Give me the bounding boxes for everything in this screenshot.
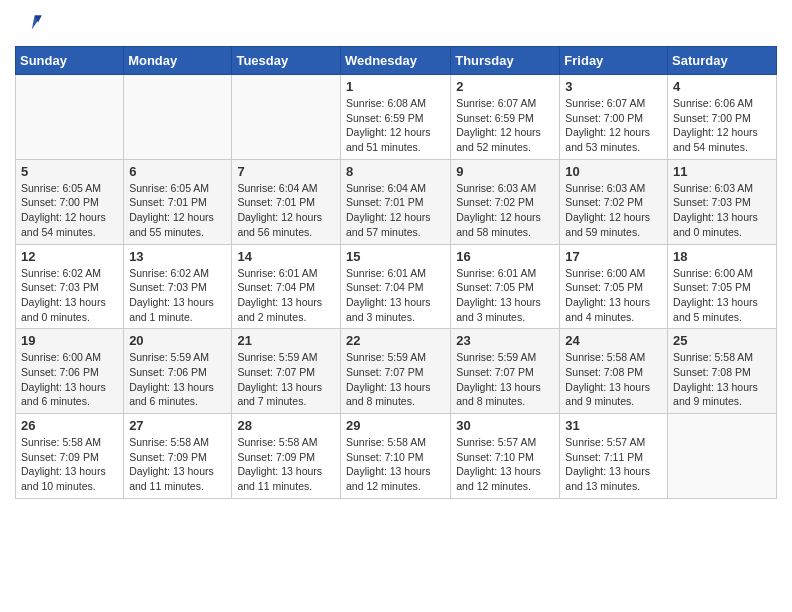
day-number: 13 [129, 249, 226, 264]
day-number: 6 [129, 164, 226, 179]
day-info: Sunrise: 6:03 AM Sunset: 7:03 PM Dayligh… [673, 181, 771, 240]
calendar-cell: 13Sunrise: 6:02 AM Sunset: 7:03 PM Dayli… [124, 244, 232, 329]
day-number: 11 [673, 164, 771, 179]
weekday-header: Thursday [451, 47, 560, 75]
day-info: Sunrise: 6:02 AM Sunset: 7:03 PM Dayligh… [21, 266, 118, 325]
day-info: Sunrise: 5:58 AM Sunset: 7:09 PM Dayligh… [129, 435, 226, 494]
day-info: Sunrise: 5:59 AM Sunset: 7:06 PM Dayligh… [129, 350, 226, 409]
day-number: 30 [456, 418, 554, 433]
calendar-body: 1Sunrise: 6:08 AM Sunset: 6:59 PM Daylig… [16, 75, 777, 499]
calendar-table: SundayMondayTuesdayWednesdayThursdayFrid… [15, 46, 777, 499]
calendar-cell: 12Sunrise: 6:02 AM Sunset: 7:03 PM Dayli… [16, 244, 124, 329]
day-info: Sunrise: 6:07 AM Sunset: 6:59 PM Dayligh… [456, 96, 554, 155]
calendar-cell: 9Sunrise: 6:03 AM Sunset: 7:02 PM Daylig… [451, 159, 560, 244]
day-number: 14 [237, 249, 335, 264]
calendar-cell [124, 75, 232, 160]
calendar-cell: 6Sunrise: 6:05 AM Sunset: 7:01 PM Daylig… [124, 159, 232, 244]
day-number: 26 [21, 418, 118, 433]
day-info: Sunrise: 5:59 AM Sunset: 7:07 PM Dayligh… [346, 350, 445, 409]
weekday-header: Wednesday [340, 47, 450, 75]
day-number: 10 [565, 164, 662, 179]
calendar-cell: 30Sunrise: 5:57 AM Sunset: 7:10 PM Dayli… [451, 414, 560, 499]
weekday-header: Saturday [668, 47, 777, 75]
day-info: Sunrise: 6:03 AM Sunset: 7:02 PM Dayligh… [565, 181, 662, 240]
day-number: 15 [346, 249, 445, 264]
day-number: 9 [456, 164, 554, 179]
day-info: Sunrise: 6:05 AM Sunset: 7:00 PM Dayligh… [21, 181, 118, 240]
day-number: 25 [673, 333, 771, 348]
calendar-cell: 15Sunrise: 6:01 AM Sunset: 7:04 PM Dayli… [340, 244, 450, 329]
day-number: 8 [346, 164, 445, 179]
calendar-cell: 19Sunrise: 6:00 AM Sunset: 7:06 PM Dayli… [16, 329, 124, 414]
day-info: Sunrise: 5:58 AM Sunset: 7:08 PM Dayligh… [673, 350, 771, 409]
calendar-cell: 29Sunrise: 5:58 AM Sunset: 7:10 PM Dayli… [340, 414, 450, 499]
day-info: Sunrise: 6:03 AM Sunset: 7:02 PM Dayligh… [456, 181, 554, 240]
day-number: 21 [237, 333, 335, 348]
weekday-header: Tuesday [232, 47, 341, 75]
day-info: Sunrise: 5:57 AM Sunset: 7:10 PM Dayligh… [456, 435, 554, 494]
calendar-cell: 11Sunrise: 6:03 AM Sunset: 7:03 PM Dayli… [668, 159, 777, 244]
calendar-cell: 23Sunrise: 5:59 AM Sunset: 7:07 PM Dayli… [451, 329, 560, 414]
day-info: Sunrise: 6:01 AM Sunset: 7:05 PM Dayligh… [456, 266, 554, 325]
day-info: Sunrise: 6:01 AM Sunset: 7:04 PM Dayligh… [237, 266, 335, 325]
calendar-cell: 20Sunrise: 5:59 AM Sunset: 7:06 PM Dayli… [124, 329, 232, 414]
day-info: Sunrise: 6:05 AM Sunset: 7:01 PM Dayligh… [129, 181, 226, 240]
calendar-cell: 10Sunrise: 6:03 AM Sunset: 7:02 PM Dayli… [560, 159, 668, 244]
day-number: 1 [346, 79, 445, 94]
calendar-cell: 26Sunrise: 5:58 AM Sunset: 7:09 PM Dayli… [16, 414, 124, 499]
page-header [15, 10, 777, 38]
day-number: 12 [21, 249, 118, 264]
calendar-cell: 18Sunrise: 6:00 AM Sunset: 7:05 PM Dayli… [668, 244, 777, 329]
day-info: Sunrise: 5:59 AM Sunset: 7:07 PM Dayligh… [237, 350, 335, 409]
logo [15, 10, 47, 38]
day-number: 4 [673, 79, 771, 94]
weekday-header: Friday [560, 47, 668, 75]
day-number: 18 [673, 249, 771, 264]
day-info: Sunrise: 5:58 AM Sunset: 7:08 PM Dayligh… [565, 350, 662, 409]
day-info: Sunrise: 6:04 AM Sunset: 7:01 PM Dayligh… [346, 181, 445, 240]
calendar-week-row: 19Sunrise: 6:00 AM Sunset: 7:06 PM Dayli… [16, 329, 777, 414]
calendar-cell: 16Sunrise: 6:01 AM Sunset: 7:05 PM Dayli… [451, 244, 560, 329]
day-number: 2 [456, 79, 554, 94]
day-info: Sunrise: 5:57 AM Sunset: 7:11 PM Dayligh… [565, 435, 662, 494]
day-number: 28 [237, 418, 335, 433]
calendar-cell: 8Sunrise: 6:04 AM Sunset: 7:01 PM Daylig… [340, 159, 450, 244]
day-info: Sunrise: 6:04 AM Sunset: 7:01 PM Dayligh… [237, 181, 335, 240]
day-info: Sunrise: 6:01 AM Sunset: 7:04 PM Dayligh… [346, 266, 445, 325]
weekday-header: Monday [124, 47, 232, 75]
calendar-cell: 5Sunrise: 6:05 AM Sunset: 7:00 PM Daylig… [16, 159, 124, 244]
calendar-cell: 27Sunrise: 5:58 AM Sunset: 7:09 PM Dayli… [124, 414, 232, 499]
calendar-cell: 22Sunrise: 5:59 AM Sunset: 7:07 PM Dayli… [340, 329, 450, 414]
day-number: 29 [346, 418, 445, 433]
calendar-cell [232, 75, 341, 160]
calendar-week-row: 26Sunrise: 5:58 AM Sunset: 7:09 PM Dayli… [16, 414, 777, 499]
calendar-cell: 24Sunrise: 5:58 AM Sunset: 7:08 PM Dayli… [560, 329, 668, 414]
day-info: Sunrise: 6:00 AM Sunset: 7:05 PM Dayligh… [673, 266, 771, 325]
day-number: 5 [21, 164, 118, 179]
day-info: Sunrise: 5:58 AM Sunset: 7:09 PM Dayligh… [237, 435, 335, 494]
calendar-cell: 2Sunrise: 6:07 AM Sunset: 6:59 PM Daylig… [451, 75, 560, 160]
calendar-cell [668, 414, 777, 499]
day-number: 23 [456, 333, 554, 348]
day-number: 17 [565, 249, 662, 264]
calendar-week-row: 5Sunrise: 6:05 AM Sunset: 7:00 PM Daylig… [16, 159, 777, 244]
calendar-cell: 4Sunrise: 6:06 AM Sunset: 7:00 PM Daylig… [668, 75, 777, 160]
calendar-week-row: 1Sunrise: 6:08 AM Sunset: 6:59 PM Daylig… [16, 75, 777, 160]
calendar-cell [16, 75, 124, 160]
calendar-cell: 1Sunrise: 6:08 AM Sunset: 6:59 PM Daylig… [340, 75, 450, 160]
day-info: Sunrise: 6:00 AM Sunset: 7:05 PM Dayligh… [565, 266, 662, 325]
day-number: 16 [456, 249, 554, 264]
calendar-cell: 17Sunrise: 6:00 AM Sunset: 7:05 PM Dayli… [560, 244, 668, 329]
day-info: Sunrise: 5:58 AM Sunset: 7:10 PM Dayligh… [346, 435, 445, 494]
calendar-cell: 14Sunrise: 6:01 AM Sunset: 7:04 PM Dayli… [232, 244, 341, 329]
day-info: Sunrise: 6:02 AM Sunset: 7:03 PM Dayligh… [129, 266, 226, 325]
calendar-cell: 3Sunrise: 6:07 AM Sunset: 7:00 PM Daylig… [560, 75, 668, 160]
day-info: Sunrise: 5:58 AM Sunset: 7:09 PM Dayligh… [21, 435, 118, 494]
day-info: Sunrise: 5:59 AM Sunset: 7:07 PM Dayligh… [456, 350, 554, 409]
calendar-cell: 31Sunrise: 5:57 AM Sunset: 7:11 PM Dayli… [560, 414, 668, 499]
day-number: 7 [237, 164, 335, 179]
calendar-cell: 7Sunrise: 6:04 AM Sunset: 7:01 PM Daylig… [232, 159, 341, 244]
calendar-cell: 28Sunrise: 5:58 AM Sunset: 7:09 PM Dayli… [232, 414, 341, 499]
calendar-header-row: SundayMondayTuesdayWednesdayThursdayFrid… [16, 47, 777, 75]
calendar-cell: 25Sunrise: 5:58 AM Sunset: 7:08 PM Dayli… [668, 329, 777, 414]
